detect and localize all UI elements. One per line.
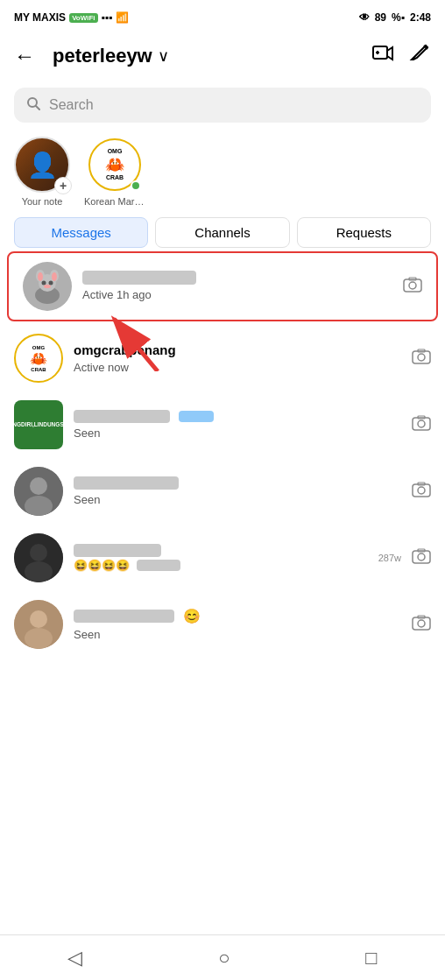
emoji-badge: 😊 <box>183 608 201 624</box>
message-status: Seen <box>74 493 100 506</box>
vowifi-badge: VoWiFi <box>69 13 97 23</box>
story-omg-crab[interactable]: OMG 🦀 CRAB Korean Marinate… <box>84 137 145 207</box>
message-status: Active 1h ago <box>82 288 152 301</box>
back-button[interactable]: ← <box>14 44 42 68</box>
stories-row: 👤 + Your note OMG 🦀 CRAB Korean Marinate… <box>0 133 445 217</box>
avatar: LINDUNG DIRI, LINDUNG SEMUA. <box>14 400 63 449</box>
username-text: peterleeyw <box>53 45 152 67</box>
svg-rect-40 <box>413 617 430 630</box>
message-item[interactable]: LINDUNG DIRI, LINDUNG SEMUA. Seen <box>0 391 445 458</box>
tab-channels[interactable]: Channels <box>155 217 289 248</box>
message-text-blurred <box>137 560 180 571</box>
svg-point-10 <box>38 272 43 281</box>
new-video-icon[interactable] <box>371 42 394 70</box>
message-content: Seen <box>74 476 401 507</box>
contact-name-blurred <box>74 610 174 623</box>
omg-crab-label: Korean Marinate… <box>84 196 145 207</box>
wifi-icon: 📶 <box>116 11 129 24</box>
svg-point-11 <box>52 272 57 281</box>
carrier-text: MY MAXIS <box>14 11 66 24</box>
svg-rect-28 <box>413 484 430 497</box>
message-status: Seen <box>74 628 100 641</box>
message-item[interactable]: OMG 🦀 CRAB omgcrabpenang Active now <box>0 325 445 391</box>
search-bar[interactable]: Search <box>14 88 431 123</box>
svg-point-13 <box>49 281 53 286</box>
svg-point-14 <box>44 285 51 288</box>
svg-point-41 <box>418 620 425 627</box>
svg-point-23 <box>418 420 425 427</box>
svg-rect-34 <box>413 551 430 563</box>
header-icons <box>371 42 431 70</box>
message-content: Seen <box>74 410 401 441</box>
svg-point-35 <box>418 553 425 561</box>
contact-name-blurred <box>74 544 161 557</box>
avatar <box>14 467 63 516</box>
camera-icon[interactable] <box>412 613 431 637</box>
your-note-label: Your note <box>22 196 63 207</box>
story-your-note[interactable]: 👤 + Your note <box>14 137 70 207</box>
search-icon <box>26 96 40 114</box>
contact-name-blurred <box>74 410 170 423</box>
header: ← peterleeyw ∨ <box>0 32 445 81</box>
avatar <box>23 262 72 311</box>
svg-point-29 <box>418 487 425 494</box>
svg-rect-22 <box>413 418 430 430</box>
svg-point-12 <box>42 281 46 286</box>
camera-icon[interactable] <box>403 275 422 299</box>
svg-point-16 <box>409 282 416 289</box>
eye-icon: 👁 <box>359 11 370 24</box>
svg-point-39 <box>25 628 53 649</box>
camera-icon[interactable] <box>412 480 431 504</box>
battery-icon: %▪ <box>392 11 405 24</box>
compose-icon[interactable] <box>408 42 431 70</box>
bottom-nav: ◁ ○ □ <box>0 934 445 980</box>
svg-line-4 <box>36 106 39 109</box>
avatar <box>14 533 63 582</box>
back-nav-icon[interactable]: ◁ <box>67 947 82 969</box>
avatar <box>14 600 63 649</box>
message-name-row: 😊 <box>74 608 401 624</box>
contact-name-blurred <box>74 476 179 490</box>
camera-icon[interactable] <box>412 347 431 370</box>
avatar: OMG 🦀 CRAB <box>14 334 63 383</box>
svg-point-32 <box>30 544 47 561</box>
svg-rect-0 <box>373 46 387 59</box>
svg-point-20 <box>418 354 425 361</box>
username-area[interactable]: peterleeyw ∨ <box>53 45 371 67</box>
svg-point-38 <box>30 610 47 628</box>
message-item[interactable]: 😊 Seen <box>0 591 445 658</box>
battery-level: 89 <box>375 11 386 24</box>
svg-point-33 <box>25 561 53 582</box>
svg-point-26 <box>30 477 47 495</box>
message-sub-row: 😆😆😆😆 <box>74 559 401 572</box>
svg-rect-19 <box>413 351 430 363</box>
message-name-row <box>74 410 401 423</box>
message-list: Active 1h ago OMG 🦀 CRAB <box>0 251 445 658</box>
message-content: 😊 Seen <box>74 608 401 642</box>
message-item[interactable]: 😆😆😆😆 287w <box>0 525 445 591</box>
status-bar: MY MAXIS VoWiFi ▪▪▪ 📶 👁 89 %▪ 2:48 <box>0 0 445 32</box>
chevron-down-icon: ∨ <box>158 46 169 66</box>
tab-bar: Messages Channels Requests <box>0 217 445 248</box>
time-display: 2:48 <box>410 11 431 24</box>
message-time: 287w <box>378 553 401 563</box>
message-emoji: 😆😆😆😆 <box>74 559 130 572</box>
tab-requests[interactable]: Requests <box>297 217 431 248</box>
svg-point-27 <box>25 496 53 516</box>
message-status: Seen <box>74 427 100 440</box>
message-content: 😆😆😆😆 <box>74 544 401 572</box>
tab-messages[interactable]: Messages <box>14 217 148 248</box>
message-name-row <box>82 271 392 285</box>
status-carrier: MY MAXIS VoWiFi ▪▪▪ 📶 <box>14 11 129 24</box>
contact-badge-blurred <box>179 411 214 422</box>
recent-nav-icon[interactable]: □ <box>365 947 377 969</box>
status-right: 👁 89 %▪ 2:48 <box>359 11 431 24</box>
signal-icon: ▪▪▪ <box>102 11 113 24</box>
camera-icon[interactable] <box>412 546 431 570</box>
search-placeholder: Search <box>49 97 94 113</box>
message-name-row <box>74 544 401 557</box>
home-nav-icon[interactable]: ○ <box>218 947 230 969</box>
message-item[interactable]: Active 1h ago <box>7 251 438 321</box>
camera-icon[interactable] <box>412 413 431 437</box>
message-item[interactable]: Seen <box>0 458 445 525</box>
